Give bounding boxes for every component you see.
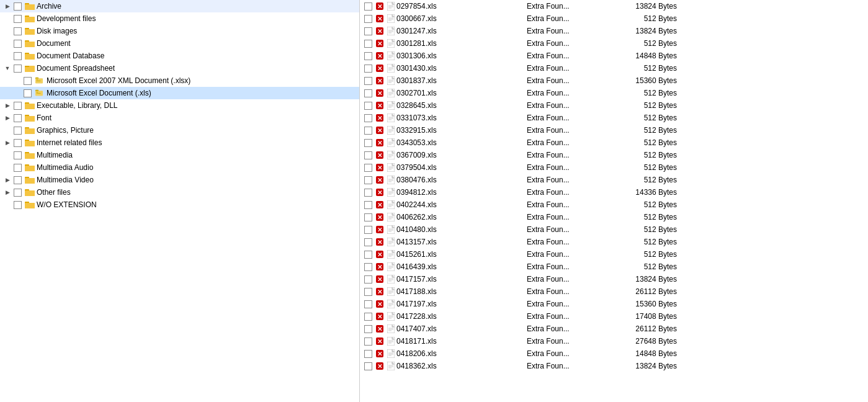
tree-item-multimedia[interactable]: Multimedia [0, 149, 359, 161]
expand-btn-executable[interactable]: ▶ [2, 100, 12, 110]
tree-item-archive[interactable]: ▶ Archive [0, 0, 359, 12]
checkbox-internet-related[interactable] [14, 139, 22, 147]
file-row[interactable]: ✕ 0302701.xlsExtra Foun...512 Bytes [360, 87, 868, 99]
file-row[interactable]: ✕ 0410480.xlsExtra Foun...512 Bytes [360, 223, 868, 236]
file-row[interactable]: ✕ 0418362.xlsExtra Foun...13824 Bytes [360, 360, 868, 372]
file-checkbox[interactable] [364, 350, 372, 358]
tree-item-document-spreadsheet[interactable]: ▼ Document Spreadsheet [0, 62, 359, 74]
file-checkbox[interactable] [364, 288, 372, 296]
file-checkbox[interactable] [364, 52, 372, 60]
checkbox-multimedia[interactable] [14, 151, 22, 159]
checkbox-wo-extension[interactable] [14, 201, 22, 209]
expand-btn-internet-related[interactable]: ▶ [2, 138, 12, 148]
file-row[interactable]: ✕ 0417407.xlsExtra Foun...26112 Bytes [360, 323, 868, 335]
file-checkbox[interactable] [364, 263, 372, 271]
file-checkbox[interactable] [364, 251, 372, 259]
file-row[interactable]: ✕ 0301430.xlsExtra Foun...512 Bytes [360, 62, 868, 74]
checkbox-disk-images[interactable] [14, 27, 22, 35]
file-row[interactable]: ✕ 0343053.xlsExtra Foun...512 Bytes [360, 136, 868, 149]
file-row[interactable]: ✕ 0413157.xlsExtra Foun...512 Bytes [360, 236, 868, 248]
file-row[interactable]: ✕ 0300667.xlsExtra Foun...512 Bytes [360, 12, 868, 25]
checkbox-ms-excel[interactable] [24, 89, 32, 97]
file-checkbox[interactable] [364, 238, 372, 246]
tree-item-ms-excel-xml[interactable]: Microsoft Excel 2007 XML Document (.xlsx… [0, 74, 359, 87]
file-row[interactable]: ✕ 0380476.xlsExtra Foun...512 Bytes [360, 174, 868, 186]
file-row[interactable]: ✕ 0379504.xlsExtra Foun...512 Bytes [360, 161, 868, 174]
checkbox-document[interactable] [14, 40, 22, 48]
file-row[interactable]: ✕ 0394812.xlsExtra Foun...14336 Bytes [360, 186, 868, 199]
checkbox-font[interactable] [14, 114, 22, 122]
checkbox-executable[interactable] [14, 102, 22, 110]
file-row[interactable]: ✕ 0418171.xlsExtra Foun...27648 Bytes [360, 335, 868, 347]
file-checkbox[interactable] [364, 27, 372, 35]
file-row[interactable]: ✕ 0417197.xlsExtra Foun...15360 Bytes [360, 298, 868, 310]
checkbox-dev-files[interactable] [14, 15, 22, 23]
file-row[interactable]: ✕ 0416439.xlsExtra Foun...512 Bytes [360, 261, 868, 273]
file-row[interactable]: ✕ 0328645.xlsExtra Foun...512 Bytes [360, 99, 868, 112]
file-row[interactable]: ✕ 0417188.xlsExtra Foun...26112 Bytes [360, 285, 868, 298]
file-checkbox[interactable] [364, 151, 372, 159]
file-checkbox[interactable] [364, 213, 372, 221]
file-row[interactable]: ✕ 0406262.xlsExtra Foun...512 Bytes [360, 211, 868, 223]
tree-item-multimedia-video[interactable]: ▶ Multimedia Video [0, 174, 359, 186]
file-checkbox[interactable] [364, 313, 372, 321]
checkbox-document-spreadsheet[interactable] [14, 65, 22, 73]
file-row[interactable]: ✕ 0417157.xlsExtra Foun...13824 Bytes [360, 273, 868, 285]
file-checkbox[interactable] [364, 226, 372, 234]
checkbox-other-files[interactable] [14, 189, 22, 197]
file-checkbox[interactable] [364, 89, 372, 97]
file-row[interactable]: ✕ 0402244.xlsExtra Foun...512 Bytes [360, 199, 868, 211]
file-checkbox[interactable] [364, 65, 372, 73]
file-checkbox[interactable] [364, 40, 372, 48]
file-checkbox[interactable] [364, 201, 372, 209]
tree-item-document[interactable]: Document [0, 37, 359, 50]
checkbox-ms-excel-xml[interactable] [24, 77, 32, 85]
expand-btn-archive[interactable]: ▶ [2, 1, 12, 11]
expand-btn-multimedia-video[interactable]: ▶ [2, 175, 12, 185]
file-row[interactable]: ✕ 0415261.xlsExtra Foun...512 Bytes [360, 248, 868, 261]
file-checkbox[interactable] [364, 275, 372, 284]
file-checkbox[interactable] [364, 102, 372, 110]
file-checkbox[interactable] [364, 189, 372, 197]
checkbox-multimedia-audio[interactable] [14, 164, 22, 172]
expand-btn-other-files[interactable]: ▶ [2, 187, 12, 197]
checkbox-archive[interactable] [14, 2, 22, 11]
file-checkbox[interactable] [364, 325, 372, 333]
tree-item-internet-related[interactable]: ▶ Internet related files [0, 136, 359, 149]
file-row[interactable]: ✕ 0301837.xlsExtra Foun...15360 Bytes [360, 74, 868, 87]
checkbox-multimedia-video[interactable] [14, 176, 22, 184]
checkbox-graphics[interactable] [14, 127, 22, 135]
tree-item-disk-images[interactable]: Disk images [0, 25, 359, 37]
file-row[interactable]: ✕ 0418206.xlsExtra Foun...14848 Bytes [360, 347, 868, 360]
file-row[interactable]: ✕ 0332915.xlsExtra Foun...512 Bytes [360, 124, 868, 136]
tree-item-document-database[interactable]: Document Database [0, 50, 359, 62]
file-checkbox[interactable] [364, 77, 372, 85]
tree-item-wo-extension[interactable]: W/O EXTENSION [0, 199, 359, 211]
file-checkbox[interactable] [364, 127, 372, 135]
file-checkbox[interactable] [364, 300, 372, 308]
file-checkbox[interactable] [364, 362, 372, 370]
file-checkbox[interactable] [364, 176, 372, 184]
file-row[interactable]: ✕ 0417228.xlsExtra Foun...17408 Bytes [360, 310, 868, 323]
file-row[interactable]: ✕ 0367009.xlsExtra Foun...512 Bytes [360, 149, 868, 161]
file-checkbox[interactable] [364, 164, 372, 172]
tree-item-graphics[interactable]: Graphics, Picture [0, 124, 359, 136]
file-row[interactable]: ✕ 0301306.xlsExtra Foun...14848 Bytes [360, 50, 868, 62]
tree-item-executable[interactable]: ▶ Executable, Library, DLL [0, 99, 359, 112]
tree-item-other-files[interactable]: ▶ Other files [0, 186, 359, 199]
tree-item-font[interactable]: ▶ Font [0, 112, 359, 124]
file-checkbox[interactable] [364, 15, 372, 23]
file-checkbox[interactable] [364, 114, 372, 122]
checkbox-document-database[interactable] [14, 52, 22, 60]
file-checkbox[interactable] [364, 2, 372, 11]
file-checkbox[interactable] [364, 139, 372, 147]
expand-btn-document-spreadsheet[interactable]: ▼ [2, 63, 12, 73]
file-row[interactable]: ✕ 0301281.xlsExtra Foun...512 Bytes [360, 37, 868, 50]
file-row[interactable]: ✕ 0297854.xlsExtra Foun...13824 Bytes [360, 0, 868, 12]
expand-btn-font[interactable]: ▶ [2, 113, 12, 123]
tree-item-ms-excel[interactable]: Microsoft Excel Document (.xls) [0, 87, 359, 99]
tree-item-dev-files[interactable]: Development files [0, 12, 359, 25]
file-checkbox[interactable] [364, 337, 372, 346]
tree-item-multimedia-audio[interactable]: Multimedia Audio [0, 161, 359, 174]
file-row[interactable]: ✕ 0331073.xlsExtra Foun...512 Bytes [360, 112, 868, 124]
